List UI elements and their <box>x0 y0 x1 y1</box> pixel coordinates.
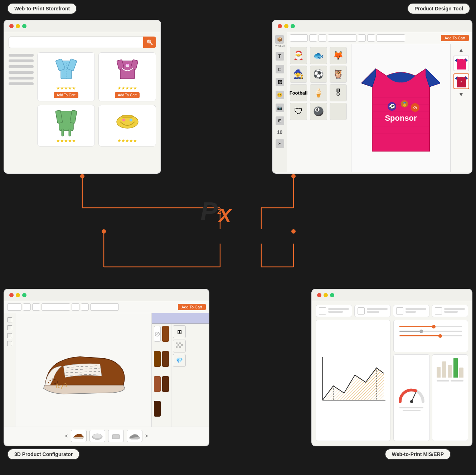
slider-track-3[interactable] <box>399 335 462 336</box>
toolbar-btn-7[interactable] <box>377 34 405 42</box>
storefront-label: Web-to-Print Storefront <box>7 3 77 14</box>
product-card[interactable]: ★★★★★ <box>37 105 95 147</box>
config-color-panel: ⊘ ⊞ <box>151 313 209 427</box>
product-tool[interactable]: 📦 <box>275 35 284 44</box>
clipart-item[interactable]: 🍦 <box>310 84 327 101</box>
sidebar-line <box>9 65 34 68</box>
stat-line <box>444 311 458 313</box>
connection-dot-storefront <box>80 174 84 178</box>
dot-red-storefront[interactable] <box>9 24 14 28</box>
clipart-item[interactable]: 🦊 <box>330 47 347 64</box>
config-toolbar-btn[interactable] <box>72 303 79 311</box>
product-image <box>52 56 81 84</box>
svg-text:Sponsor: Sponsor <box>385 114 417 123</box>
color-swatch-brown3[interactable] <box>162 351 169 367</box>
clipart-item[interactable] <box>330 103 347 120</box>
dot-red-design[interactable] <box>278 24 282 28</box>
shape-tool[interactable]: ◻ <box>276 65 284 73</box>
bar-5 <box>459 368 463 378</box>
text-tool[interactable]: T <box>276 52 284 61</box>
search-button[interactable] <box>143 37 156 48</box>
grid-tool[interactable]: ⊞ <box>276 116 284 125</box>
toolbar-btn-4[interactable] <box>328 34 356 42</box>
product-card[interactable]: ★★★★★ <box>98 105 156 147</box>
clipart-item[interactable]: 🐟 <box>310 47 327 64</box>
color-swatch-brown4[interactable] <box>154 376 161 392</box>
config-checkbox-1[interactable] <box>7 317 12 322</box>
dot-green-design[interactable] <box>291 24 295 28</box>
dot-red-mis[interactable] <box>317 293 321 297</box>
prev-btn[interactable]: < <box>65 433 68 439</box>
next-btn[interactable]: > <box>145 433 148 439</box>
config-toolbar-btn[interactable] <box>42 303 70 311</box>
clipart-item[interactable]: 🎅 <box>290 47 307 64</box>
color-grid: ⊘ <box>152 324 171 427</box>
config-toolbar-btn[interactable] <box>90 303 119 311</box>
dot-yellow-storefront[interactable] <box>16 24 20 28</box>
bar-chart <box>432 354 468 441</box>
slider-chart <box>393 320 468 352</box>
config-checkbox-2[interactable] <box>7 325 12 330</box>
clipart-item[interactable]: 🎱 <box>310 103 327 120</box>
svg-text:🏅: 🏅 <box>402 101 407 107</box>
dot-green-mis[interactable] <box>330 293 334 297</box>
config-checkbox-3[interactable] <box>7 333 12 338</box>
slider-track-1[interactable] <box>399 326 462 327</box>
config-checkbox-4[interactable] <box>7 341 12 346</box>
color-swatch-brown6[interactable] <box>154 401 161 417</box>
variant-thumb-2[interactable]: 3 <box>453 73 469 89</box>
next-variant[interactable]: ▼ <box>458 91 464 98</box>
bar-3 <box>448 365 452 378</box>
dot-yellow-mis[interactable] <box>324 293 328 297</box>
image-tool[interactable]: 🖼 <box>276 78 284 86</box>
toolbar-btn-3[interactable] <box>319 34 326 42</box>
config-toolbar-btn[interactable] <box>32 303 40 311</box>
clipart-item[interactable]: ⚽ <box>310 66 327 83</box>
toolbar-btn-1[interactable] <box>290 34 308 42</box>
config-toolbar-btn[interactable] <box>81 303 89 311</box>
design-canvas[interactable]: Sponsor ⚽ 🏅 ⊘ <box>351 44 450 172</box>
product-card[interactable]: ★★★★★ Add To Cart <box>98 52 156 101</box>
design-add-to-cart[interactable]: Add To Cart <box>441 35 469 41</box>
clipart-item[interactable]: 🧙 <box>290 66 307 83</box>
pattern-icon-texture[interactable] <box>173 340 186 352</box>
dot-yellow-design[interactable] <box>284 24 288 28</box>
svg-text:⊘: ⊘ <box>413 105 417 110</box>
thumb-4[interactable] <box>127 430 142 442</box>
config-toolbar-btn[interactable] <box>7 303 21 311</box>
add-to-cart-button[interactable]: Add To Cart <box>54 92 78 98</box>
color-swatch-brown5[interactable] <box>162 376 169 392</box>
pattern-icon-grid[interactable]: ⊞ <box>173 325 186 338</box>
toolbar-btn-5[interactable] <box>358 34 366 42</box>
clipart-item[interactable]: 🎖 <box>330 84 347 101</box>
search-input[interactable] <box>9 37 143 48</box>
dot-red-config[interactable] <box>9 293 14 297</box>
toolbar-btn-2[interactable] <box>309 34 317 42</box>
product-card[interactable]: ★★★★★ Add To Cart <box>37 52 95 101</box>
toolbar-btn-6[interactable] <box>367 34 375 42</box>
clipart-item[interactable]: 🦉 <box>330 66 347 83</box>
dot-yellow-config[interactable] <box>16 293 20 297</box>
pattern-icon-3d[interactable]: 💎 <box>173 354 186 367</box>
emoji-tool[interactable]: 😊 <box>276 91 284 99</box>
svg-text:⚽: ⚽ <box>389 104 395 110</box>
no-color-option[interactable]: ⊘ <box>154 326 161 342</box>
photo-tool[interactable]: 📷 <box>276 104 284 112</box>
storefront-window: ★★★★★ Add To Cart <box>4 20 161 174</box>
prev-variant[interactable]: ▲ <box>458 47 464 53</box>
thumb-1[interactable] <box>71 430 87 442</box>
config-add-to-cart[interactable]: Add To Cart <box>178 304 206 310</box>
clipart-item[interactable]: 🛡 <box>290 103 307 120</box>
add-to-cart-button[interactable]: Add To Cart <box>115 92 140 98</box>
color-swatch-brown1[interactable] <box>162 326 169 342</box>
color-swatch-brown2[interactable] <box>154 351 161 367</box>
clipart-item[interactable]: Football <box>290 84 307 101</box>
dot-green-config[interactable] <box>22 293 26 297</box>
thumb-3[interactable] <box>108 430 124 442</box>
dot-green-storefront[interactable] <box>22 24 26 28</box>
cut-tool[interactable]: ✂ <box>276 139 284 148</box>
thumb-2[interactable] <box>89 430 105 442</box>
slider-track-2[interactable] <box>399 331 462 332</box>
config-toolbar-btn[interactable] <box>23 303 31 311</box>
variant-thumb-1[interactable] <box>453 56 469 71</box>
